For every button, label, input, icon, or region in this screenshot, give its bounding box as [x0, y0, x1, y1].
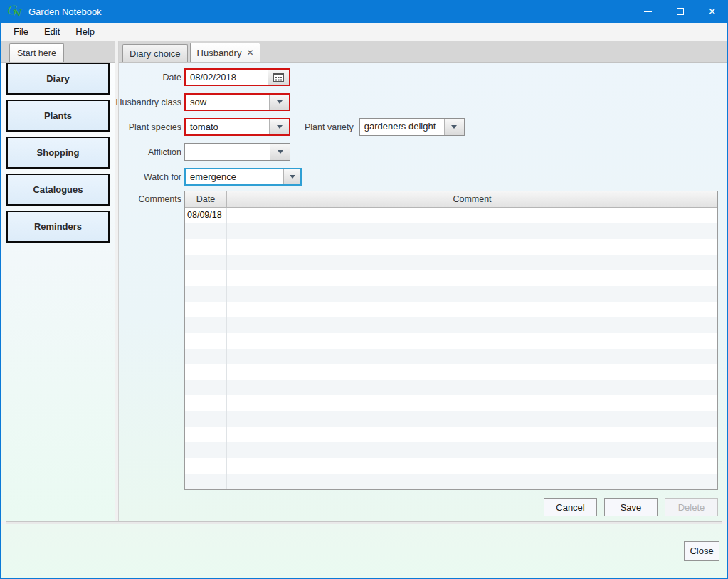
- main-panel: Diary choiceHusbandry✕ Date 08/02/2018: [119, 41, 727, 521]
- sidebar-item-catalogues[interactable]: Catalogues: [6, 174, 110, 206]
- tab-start-here[interactable]: Start here: [9, 43, 64, 62]
- table-row[interactable]: [185, 223, 717, 239]
- cell-comment[interactable]: [227, 458, 717, 474]
- close-window-button[interactable]: ✕: [696, 0, 728, 23]
- husbandry-class-label: Husbandry class: [120, 97, 181, 107]
- chevron-down-icon: [290, 175, 295, 179]
- cell-comment[interactable]: [227, 270, 717, 286]
- cell-comment[interactable]: [227, 317, 717, 333]
- maximize-button[interactable]: [664, 0, 696, 23]
- menu-item-file[interactable]: File: [6, 23, 36, 41]
- minimize-button[interactable]: [632, 0, 664, 23]
- sidebar-tabstrip: Start here: [1, 41, 115, 63]
- delete-button[interactable]: Delete: [665, 498, 718, 516]
- watch-for-input[interactable]: emergence: [186, 169, 283, 184]
- date-input[interactable]: 08/02/2018: [186, 70, 268, 85]
- cell-date[interactable]: [185, 427, 227, 442]
- cell-date[interactable]: 08/09/18: [185, 208, 227, 223]
- table-row[interactable]: [185, 255, 717, 270]
- cell-comment[interactable]: [227, 239, 717, 255]
- table-row[interactable]: [185, 349, 717, 364]
- husbandry-class-dropdown[interactable]: sow: [184, 93, 290, 111]
- cancel-button[interactable]: Cancel: [544, 498, 597, 516]
- table-row[interactable]: [185, 380, 717, 395]
- cell-date[interactable]: [185, 349, 227, 364]
- cell-comment[interactable]: [227, 286, 717, 302]
- cell-comment[interactable]: [227, 411, 717, 427]
- sidebar-item-reminders[interactable]: Reminders: [6, 211, 110, 243]
- dropdown-button[interactable]: [269, 95, 289, 110]
- cell-date[interactable]: [185, 458, 227, 474]
- cell-comment[interactable]: [227, 208, 717, 223]
- table-row[interactable]: [185, 474, 717, 489]
- tab-diary-choice[interactable]: Diary choice: [122, 44, 188, 62]
- table-row[interactable]: [185, 364, 717, 380]
- table-row[interactable]: [185, 239, 717, 255]
- table-row[interactable]: [185, 333, 717, 349]
- dropdown-button[interactable]: [283, 169, 300, 184]
- table-row[interactable]: [185, 442, 717, 458]
- table-row[interactable]: [185, 302, 717, 317]
- table-row[interactable]: [185, 317, 717, 333]
- sidebar-item-plants[interactable]: Plants: [6, 100, 110, 132]
- table-row[interactable]: 08/09/18: [185, 208, 717, 223]
- cell-comment[interactable]: [227, 333, 717, 349]
- main-tabstrip: Diary choiceHusbandry✕: [119, 41, 727, 63]
- cell-comment[interactable]: [227, 302, 717, 317]
- cell-date[interactable]: [185, 255, 227, 270]
- cell-date[interactable]: [185, 286, 227, 302]
- table-row[interactable]: [185, 411, 717, 427]
- menu-item-help[interactable]: Help: [68, 23, 102, 41]
- plant-variety-dropdown[interactable]: gardeners delight: [359, 118, 465, 136]
- affliction-dropdown[interactable]: [184, 143, 290, 161]
- cell-date[interactable]: [185, 317, 227, 333]
- cell-date[interactable]: [185, 302, 227, 317]
- menu-bar: FileEditHelp: [1, 23, 727, 41]
- plant-species-dropdown[interactable]: tomato: [184, 118, 290, 136]
- table-row[interactable]: [185, 395, 717, 411]
- column-header-comment[interactable]: Comment: [227, 191, 717, 207]
- cell-date[interactable]: [185, 270, 227, 286]
- footer-bar: Close: [1, 524, 727, 578]
- dropdown-button[interactable]: [269, 119, 289, 134]
- dropdown-button[interactable]: [444, 119, 464, 135]
- comments-table-header: Date Comment: [185, 191, 717, 208]
- cell-comment[interactable]: [227, 442, 717, 458]
- cell-date[interactable]: [185, 364, 227, 380]
- tab-close-icon[interactable]: ✕: [246, 48, 253, 58]
- cell-comment[interactable]: [227, 427, 717, 442]
- comments-label: Comments: [120, 194, 181, 204]
- cell-comment[interactable]: [227, 349, 717, 364]
- cell-date[interactable]: [185, 395, 227, 411]
- cell-comment[interactable]: [227, 223, 717, 239]
- cell-date[interactable]: [185, 223, 227, 239]
- cell-comment[interactable]: [227, 395, 717, 411]
- cell-date[interactable]: [185, 333, 227, 349]
- app-window: G N Garden Notebook ✕ FileEditHelp Start…: [0, 0, 728, 579]
- cell-comment[interactable]: [227, 364, 717, 380]
- cell-comment[interactable]: [227, 380, 717, 395]
- cell-date[interactable]: [185, 474, 227, 489]
- cell-date[interactable]: [185, 380, 227, 395]
- cell-date[interactable]: [185, 239, 227, 255]
- cell-comment[interactable]: [227, 255, 717, 270]
- chevron-down-icon: [277, 100, 283, 104]
- tab-husbandry[interactable]: Husbandry✕: [190, 43, 261, 62]
- sidebar-item-diary[interactable]: Diary: [6, 63, 110, 95]
- cell-date[interactable]: [185, 411, 227, 427]
- close-button[interactable]: Close: [684, 541, 719, 561]
- cell-date[interactable]: [185, 442, 227, 458]
- column-header-date[interactable]: Date: [185, 191, 227, 207]
- menu-item-edit[interactable]: Edit: [36, 23, 68, 41]
- comments-table-body: 08/09/18: [185, 208, 717, 489]
- sidebar-item-shopping[interactable]: Shopping: [6, 137, 110, 169]
- save-button[interactable]: Save: [604, 498, 658, 516]
- table-row[interactable]: [185, 427, 717, 442]
- table-row[interactable]: [185, 286, 717, 302]
- table-row[interactable]: [185, 458, 717, 474]
- watch-for-combobox[interactable]: emergence: [184, 168, 302, 186]
- dropdown-button[interactable]: [270, 144, 290, 160]
- cell-comment[interactable]: [227, 474, 717, 489]
- table-row[interactable]: [185, 270, 717, 286]
- calendar-button[interactable]: [268, 70, 289, 85]
